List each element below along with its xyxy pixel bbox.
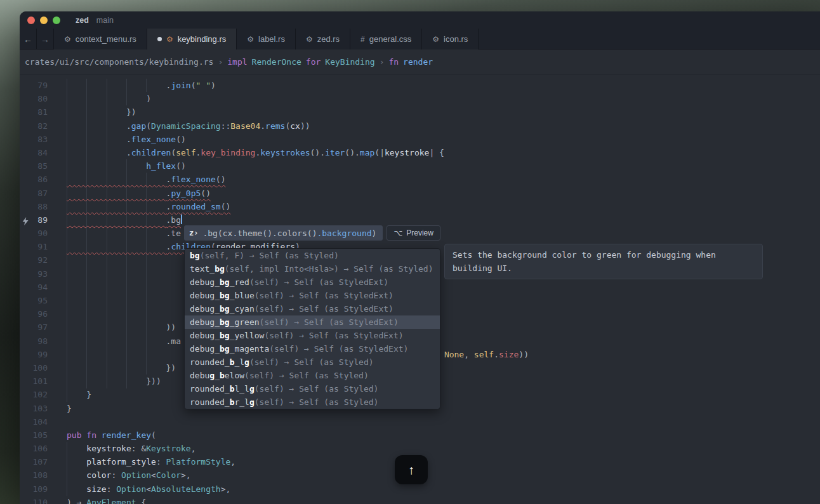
line-number: 85 bbox=[20, 159, 48, 173]
zoom-window-button[interactable] bbox=[53, 17, 60, 24]
tab-context_menu.rs[interactable]: ⚙context_menu.rs bbox=[54, 29, 147, 50]
tab-label: zed.rs bbox=[317, 34, 340, 44]
tab-label: keybinding.rs bbox=[178, 34, 227, 44]
completion-item[interactable]: debug_bg_green(self) → Self (as StyledEx… bbox=[185, 315, 440, 329]
zed-window: zed main ← → ⚙context_menu.rs⚙keybinding… bbox=[20, 11, 820, 504]
completion-signature: (self) → Self (as Styled) bbox=[255, 384, 379, 394]
completion-item[interactable]: debug_bg_red(self) → Self (as StyledExt) bbox=[185, 275, 440, 289]
completion-item[interactable]: rounded_br_lg(self) → Self (as Styled) bbox=[185, 395, 440, 409]
rust-file-icon: ⚙ bbox=[432, 35, 439, 44]
code-line[interactable]: 84 .children(self.key_binding.keystrokes… bbox=[20, 146, 820, 159]
line-text: ) bbox=[67, 94, 151, 103]
completion-name: rounded_b_lg bbox=[190, 357, 249, 367]
completion-name: debug_bg_blue bbox=[190, 291, 255, 300]
tab-bar: ← → ⚙context_menu.rs⚙keybinding.rs⚙label… bbox=[20, 29, 820, 50]
code-line[interactable]: 105pub fn render_key( bbox=[20, 428, 820, 442]
inline-completion-hint: z› .bg(cx.theme().colors().background) ⌥… bbox=[184, 225, 440, 241]
line-number: 91 bbox=[20, 240, 48, 253]
tab-icon.rs[interactable]: ⚙icon.rs bbox=[422, 29, 479, 50]
close-window-button[interactable] bbox=[27, 17, 35, 24]
git-branch[interactable]: main bbox=[96, 16, 114, 25]
completion-item[interactable]: text_bg(self, impl Into<Hsla>) → Self (a… bbox=[185, 262, 440, 275]
line-number: 96 bbox=[20, 307, 48, 321]
rust-file-icon: ⚙ bbox=[247, 35, 254, 44]
line-text: .rounded_sm() bbox=[67, 202, 230, 211]
option-key-icon: ⌥ bbox=[393, 229, 402, 237]
completion-item[interactable]: bg(self, F) → Self (as Styled) bbox=[185, 249, 440, 262]
tab-label: label.rs bbox=[258, 34, 285, 44]
tab-zed.rs[interactable]: ⚙zed.rs bbox=[296, 29, 350, 50]
completion-name: text_bg bbox=[190, 264, 225, 274]
line-text: .flex_none() bbox=[67, 135, 186, 144]
project-name: zed bbox=[76, 16, 89, 25]
line-text: size: Option<AbsoluteLength>, bbox=[67, 484, 230, 494]
completion-item[interactable]: rounded_b_lg(self) → Self (as Styled) bbox=[185, 355, 440, 369]
completion-signature: (self) → Self (as StyledExt) bbox=[269, 344, 408, 354]
completion-name: debug_bg_yellow bbox=[190, 331, 264, 340]
line-number: 106 bbox=[20, 442, 48, 455]
minimize-window-button[interactable] bbox=[40, 17, 48, 24]
preview-button[interactable]: ⌥ Preview bbox=[387, 225, 440, 241]
line-number: 92 bbox=[20, 253, 48, 267]
line-text: .py_0p5() bbox=[67, 189, 211, 198]
line-number: 104 bbox=[20, 415, 48, 428]
tab-general.css[interactable]: #general.css bbox=[350, 29, 422, 50]
completion-signature: (self) → Self (as StyledExt) bbox=[260, 317, 399, 327]
completion-item[interactable]: debug_bg_blue(self) → Self (as StyledExt… bbox=[185, 289, 440, 302]
completion-item[interactable]: rounded_bl_lg(self) → Self (as Styled) bbox=[185, 382, 440, 395]
breadcrumb-segment[interactable]: crates/ui/src/components/keybinding.rs bbox=[25, 57, 213, 67]
code-line[interactable]: 89 .bg bbox=[20, 213, 820, 227]
hint-code: .bg(cx.theme().colors().background) bbox=[202, 229, 376, 238]
code-line[interactable]: 110) → AnyElement { bbox=[20, 496, 820, 504]
line-number: 107 bbox=[20, 455, 48, 468]
completion-item[interactable]: debug_bg_yellow(self) → Self (as StyledE… bbox=[185, 329, 440, 342]
breadcrumb-segment[interactable]: render bbox=[403, 57, 433, 67]
tab-label: general.css bbox=[369, 34, 411, 44]
editor[interactable]: 79 .join(" ")80 )81 })82 .gap(DynamicSpa… bbox=[20, 75, 820, 504]
line-text: ) → AnyElement { bbox=[67, 498, 146, 504]
line-number: 80 bbox=[20, 92, 48, 105]
code-line[interactable]: 104 bbox=[20, 415, 820, 428]
completion-item[interactable]: debug_bg_magenta(self) → Self (as Styled… bbox=[185, 342, 440, 355]
code-line[interactable]: 82 .gap(DynamicSpacing::Base04.rems(cx)) bbox=[20, 119, 820, 133]
code-line[interactable]: 79 .join(" ") bbox=[20, 79, 820, 92]
tab-label: context_menu.rs bbox=[76, 34, 136, 44]
completion-item[interactable]: debug_bg_cyan(self) → Self (as StyledExt… bbox=[185, 302, 440, 315]
completion-item[interactable]: debug_below(self) → Self (as Styled) bbox=[185, 369, 440, 382]
nav-back-button[interactable]: ← bbox=[20, 29, 37, 50]
line-text: } bbox=[67, 390, 91, 399]
breadcrumb-segment[interactable]: impl bbox=[227, 57, 247, 67]
code-line[interactable]: 83 .flex_none() bbox=[20, 133, 820, 146]
code-line[interactable]: 80 ) bbox=[20, 92, 820, 105]
breadcrumb-segment[interactable]: RenderOnce bbox=[252, 57, 301, 67]
completion-signature: (self) → Self (as StyledExt) bbox=[249, 277, 388, 287]
code-line[interactable]: 88 .rounded_sm() bbox=[20, 200, 820, 213]
breadcrumb-segment[interactable]: fn bbox=[388, 57, 399, 67]
line-number: 94 bbox=[20, 281, 48, 294]
code-line[interactable]: 86 .flex_none() bbox=[20, 173, 820, 186]
breadcrumb-segment[interactable]: KeyBinding bbox=[325, 57, 374, 67]
nav-forward-button[interactable]: → bbox=[37, 29, 54, 50]
titlebar[interactable]: zed main bbox=[20, 11, 820, 29]
toolbar: crates/ui/src/components/keybinding.rs›i… bbox=[20, 50, 820, 75]
completion-signature: (self, F) → Self (as Styled) bbox=[200, 251, 339, 260]
breadcrumb-segment[interactable]: for bbox=[306, 57, 321, 67]
line-number: 102 bbox=[20, 388, 48, 401]
line-number: 103 bbox=[20, 402, 48, 415]
code-line[interactable]: 106 keystroke: &Keystroke, bbox=[20, 442, 820, 455]
line-text: }) bbox=[67, 363, 176, 373]
breadcrumb-segment[interactable]: › bbox=[380, 57, 385, 67]
line-text: }) bbox=[67, 107, 136, 117]
completion-signature: (self) → Self (as Styled) bbox=[249, 357, 374, 367]
line-number: 110 bbox=[20, 496, 48, 504]
breadcrumb[interactable]: crates/ui/src/components/keybinding.rs›i… bbox=[25, 57, 433, 67]
scroll-to-cursor-button[interactable]: ↑ bbox=[395, 455, 428, 484]
tab-keybinding.rs[interactable]: ⚙keybinding.rs bbox=[147, 29, 237, 50]
completion-docs: Sets the background color to green for d… bbox=[444, 244, 763, 279]
code-line[interactable]: 85 h_flex() bbox=[20, 159, 820, 173]
code-line[interactable]: 81 }) bbox=[20, 105, 820, 119]
code-line[interactable]: 87 .py_0p5() bbox=[20, 187, 820, 200]
tab-label.rs[interactable]: ⚙label.rs bbox=[237, 29, 296, 50]
breadcrumb-segment[interactable]: › bbox=[218, 57, 223, 67]
completion-name: rounded_br_lg bbox=[190, 397, 255, 407]
